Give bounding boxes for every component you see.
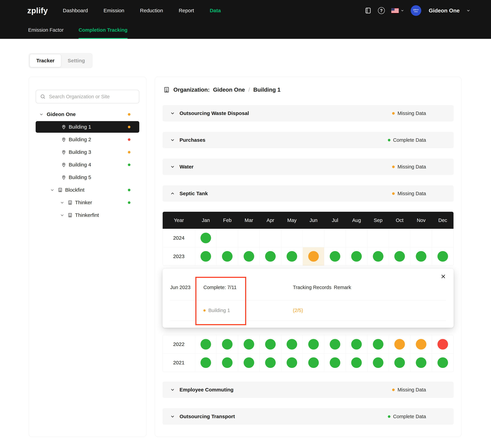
calendar-cell-2024-aug[interactable] — [346, 229, 367, 247]
section-water[interactable]: Water Missing Data — [162, 159, 454, 175]
calendar-cell-2022-apr[interactable] — [260, 335, 281, 353]
calendar-cell-2022-sep[interactable] — [367, 335, 389, 353]
tree-item-thinker[interactable]: Thinker — [36, 197, 139, 208]
calendar-cell-2024-jan[interactable] — [195, 229, 217, 247]
tree-item-building-5[interactable]: Building 5 — [36, 172, 139, 183]
calendar-cell-2024-jul[interactable] — [324, 229, 346, 247]
calendar-cell-2023-jun[interactable] — [303, 247, 324, 265]
calendar-cell-2024-oct[interactable] — [389, 229, 410, 247]
calendar-cell-2023-dec[interactable] — [432, 247, 453, 265]
org-header-site[interactable]: Building 1 — [253, 87, 281, 93]
calendar-cell-2021-jan[interactable] — [195, 353, 217, 372]
calendar-cell-2023-sep[interactable] — [367, 247, 389, 265]
calendar-cell-2022-jun[interactable] — [303, 335, 324, 353]
search-box[interactable] — [36, 90, 139, 103]
month-status-dot — [351, 251, 362, 262]
popup-tracking-value[interactable]: (2/5) — [293, 308, 334, 313]
month-status-dot — [394, 251, 405, 262]
tree-item-building-1[interactable]: Building 1 — [36, 121, 139, 133]
user-name[interactable]: Gideon One — [429, 8, 460, 14]
user-menu-chevron-icon[interactable] — [466, 8, 471, 13]
calendar-cell-2022-oct[interactable] — [389, 335, 410, 353]
calendar-cell-2024-nov[interactable] — [410, 229, 432, 247]
status-dot — [388, 139, 390, 141]
month-status-dot — [200, 339, 211, 349]
calendar-cell-2024-apr[interactable] — [260, 229, 281, 247]
calendar-cell-2022-aug[interactable] — [346, 335, 367, 353]
search-input[interactable] — [49, 94, 135, 100]
nav-data[interactable]: Data — [210, 8, 221, 13]
calendar-cell-2021-apr[interactable] — [260, 353, 281, 372]
calendar-cell-2022-dec[interactable] — [432, 335, 453, 353]
month-status-dot — [244, 339, 254, 349]
calendar-row-2022: 2022 — [163, 335, 453, 353]
section-septic-tank[interactable]: Septic Tank Missing Data — [162, 185, 454, 202]
calendar-cell-2021-dec[interactable] — [432, 353, 453, 372]
calendar-cell-2022-mar[interactable] — [238, 335, 260, 353]
section-status: Complete Data — [388, 414, 426, 419]
calendar-cell-2021-mar[interactable] — [238, 353, 260, 372]
calendar-cell-2022-may[interactable] — [281, 335, 302, 353]
subnav-emission-factor[interactable]: Emission Factor — [28, 21, 64, 39]
tree-item-label: Thinkerfint — [75, 212, 99, 218]
calendar-cell-2021-may[interactable] — [281, 353, 302, 372]
guide-book-icon[interactable] — [365, 7, 371, 14]
nav-emission[interactable]: Emission — [104, 8, 124, 13]
calendar-cell-2023-jan[interactable] — [195, 247, 217, 265]
calendar-cell-2023-may[interactable] — [281, 247, 302, 265]
section-status: Missing Data — [392, 164, 426, 170]
calendar-cell-2024-jun[interactable] — [303, 229, 324, 247]
calendar-cell-2023-nov[interactable] — [410, 247, 432, 265]
tree-item-building-3[interactable]: Building 3 — [36, 146, 139, 158]
calendar-cell-2024-feb[interactable] — [217, 229, 238, 247]
calendar-cell-2021-sep[interactable] — [367, 353, 389, 372]
location-pin-icon — [61, 137, 66, 142]
calendar-cell-2021-jun[interactable] — [303, 353, 324, 372]
calendar-cell-2021-feb[interactable] — [217, 353, 238, 372]
nav-reduction[interactable]: Reduction — [140, 8, 163, 13]
section-purchases[interactable]: Purchases Complete Data — [162, 132, 454, 148]
tree-item-building-4[interactable]: Building 4 — [36, 159, 139, 171]
month-status-dot — [265, 251, 276, 262]
calendar-cell-2024-sep[interactable] — [367, 229, 389, 247]
calendar-cell-2024-dec[interactable] — [432, 229, 453, 247]
tree-item-building-2[interactable]: Building 2 — [36, 134, 139, 145]
calendar-cell-2023-jul[interactable] — [324, 247, 346, 265]
tab-tracker[interactable]: Tracker — [30, 54, 61, 67]
language-selector[interactable] — [391, 8, 404, 13]
nav-dashboard[interactable]: Dashboard — [63, 8, 88, 13]
tree-item-blockfint[interactable]: Blockfint — [36, 184, 139, 196]
calendar-cell-2022-jan[interactable] — [195, 335, 217, 353]
month-status-dot — [287, 339, 297, 349]
calendar-cell-2024-mar[interactable] — [238, 229, 260, 247]
section-outsourcing-waste-disposal[interactable]: Outsourcing Waste Disposal Missing Data — [162, 105, 454, 121]
tab-setting[interactable]: Setting — [61, 54, 92, 67]
subnav-completion-tracking[interactable]: Completion Tracking — [79, 21, 128, 39]
month-status-dot — [437, 339, 448, 349]
calendar-cell-2023-feb[interactable] — [217, 247, 238, 265]
calendar-cell-2021-oct[interactable] — [389, 353, 410, 372]
calendar-cell-2024-may[interactable] — [281, 229, 302, 247]
calendar-cell-2022-feb[interactable] — [217, 335, 238, 353]
calendar-cell-2021-nov[interactable] — [410, 353, 432, 372]
org-header-name[interactable]: Gideon One — [213, 87, 245, 93]
calendar-cell-2022-jul[interactable] — [324, 335, 346, 353]
avatar[interactable]: gideon One — [411, 5, 421, 16]
tracker-setting-tabs: Tracker Setting — [29, 53, 92, 68]
help-icon[interactable]: ? — [378, 7, 385, 14]
section-employee-commuting[interactable]: Employee Commuting Missing Data — [162, 382, 454, 398]
brand-logo[interactable]: zplify — [27, 6, 48, 15]
calendar-cell-2021-jul[interactable] — [324, 353, 346, 372]
close-icon[interactable] — [440, 273, 447, 280]
calendar-cell-2023-oct[interactable] — [389, 247, 410, 265]
section-outsourcing-transport[interactable]: Outsourcing Transport Complete Data — [162, 408, 454, 425]
calendar-cell-2023-mar[interactable] — [238, 247, 260, 265]
status-dot — [203, 309, 206, 311]
calendar-cell-2021-aug[interactable] — [346, 353, 367, 372]
calendar-cell-2023-apr[interactable] — [260, 247, 281, 265]
calendar-cell-2022-nov[interactable] — [410, 335, 432, 353]
tree-item-thinkerfint[interactable]: Thinkerfint — [36, 209, 139, 221]
tree-item-gideon-one[interactable]: Gideon One — [36, 109, 139, 120]
calendar-cell-2023-aug[interactable] — [346, 247, 367, 265]
nav-report[interactable]: Report — [179, 8, 194, 13]
